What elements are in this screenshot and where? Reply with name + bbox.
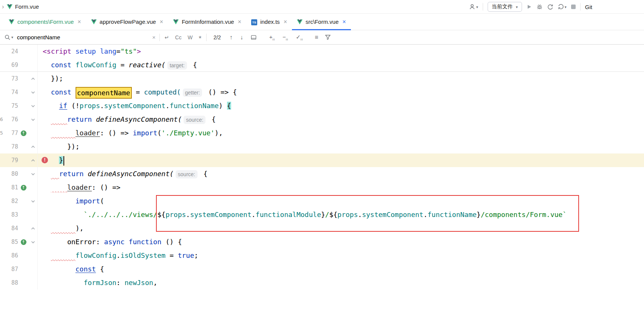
close-tab-icon[interactable]: × bbox=[284, 19, 287, 25]
code-line[interactable]: 83 `./../../../views/${props.systemCompo… bbox=[0, 208, 644, 222]
next-match-icon[interactable]: ↓ bbox=[238, 34, 245, 41]
previous-match-icon[interactable]: ↑ bbox=[228, 34, 235, 41]
line-number[interactable]: 75 bbox=[4, 99, 18, 113]
code-text[interactable]: }); bbox=[38, 72, 644, 85]
stop-button[interactable] bbox=[571, 5, 576, 9]
implementation-marker-icon[interactable]: ↑ bbox=[21, 239, 26, 245]
line-number[interactable]: 74 bbox=[4, 85, 18, 99]
code-text[interactable]: return defineAsyncComponent(source: { bbox=[38, 113, 644, 126]
code-text[interactable]: loader: () => bbox=[38, 181, 644, 194]
code-line[interactable]: 81↑ loader: () => bbox=[0, 181, 644, 194]
code-text[interactable]: flowConfig.isOldSystem = true; bbox=[38, 249, 644, 262]
line-number[interactable]: 79 bbox=[4, 153, 18, 167]
clear-search-icon[interactable]: × bbox=[152, 34, 156, 40]
code-line[interactable]: 676 return defineAsyncComponent(source: … bbox=[0, 113, 644, 126]
fold-marker-icon[interactable] bbox=[29, 167, 38, 181]
line-number[interactable]: 86 bbox=[4, 249, 18, 262]
line-number[interactable]: 88 bbox=[4, 276, 18, 290]
git-menu[interactable]: Git bbox=[585, 4, 592, 10]
code-text[interactable]: ), bbox=[38, 222, 644, 235]
line-number[interactable]: 73 bbox=[4, 72, 18, 85]
rerun-icon[interactable]: ▾ bbox=[558, 4, 567, 10]
code-text[interactable]: const componentName = computed(getter: (… bbox=[38, 85, 644, 99]
select-all-occurrences-icon[interactable]: ✓II bbox=[294, 34, 305, 41]
close-tab-icon[interactable]: × bbox=[77, 19, 81, 25]
code-line[interactable]: 78 }); bbox=[0, 140, 644, 153]
fold-marker-icon[interactable] bbox=[29, 85, 38, 99]
code-line[interactable]: 88 formJson: newJson, bbox=[0, 276, 644, 290]
editor[interactable]: 24<script setup lang="ts">69 const flowC… bbox=[0, 45, 644, 290]
fold-marker-icon[interactable] bbox=[29, 153, 38, 167]
fold-marker-icon[interactable] bbox=[29, 194, 38, 208]
line-number[interactable]: 82 bbox=[4, 194, 18, 208]
fold-marker-icon[interactable] bbox=[29, 140, 38, 153]
search-icon[interactable]: ▾ bbox=[5, 34, 13, 40]
code-text[interactable]: onError: async function () { bbox=[38, 235, 644, 249]
code-line[interactable]: 82 import( bbox=[0, 194, 644, 208]
error-icon[interactable]: ! bbox=[42, 157, 48, 163]
code-line[interactable]: 69 const flowConfig = reactive(target: { bbox=[0, 58, 644, 72]
run-configuration-selector[interactable]: 当前文件 ▾ bbox=[488, 2, 522, 12]
line-number[interactable]: 81 bbox=[4, 181, 18, 194]
line-number[interactable]: 80 bbox=[4, 167, 18, 181]
code-line[interactable]: 74 const componentName = computed(getter… bbox=[0, 85, 644, 99]
code-text[interactable]: return defineAsyncComponent(source: { bbox=[38, 167, 644, 181]
code-line[interactable]: 80 return defineAsyncComponent(source: { bbox=[0, 167, 644, 181]
line-number[interactable]: 83 bbox=[4, 208, 18, 222]
close-tab-icon[interactable]: × bbox=[160, 19, 163, 25]
profiler-icon[interactable] bbox=[547, 4, 553, 10]
add-occurrence-icon[interactable]: +II bbox=[267, 34, 277, 41]
code-line[interactable]: 577↑ loader: () => import('./Empty.vue')… bbox=[0, 126, 644, 140]
code-text[interactable]: const { bbox=[38, 262, 644, 276]
editor-tab[interactable]: FormInformation.vue× bbox=[168, 14, 246, 30]
editor-tab[interactable]: TSindex.ts× bbox=[246, 14, 292, 30]
code-line[interactable]: 75 if (!props.systemComponent.functionNa… bbox=[0, 99, 644, 113]
line-number[interactable]: 76 bbox=[4, 113, 18, 126]
user-profile-icon[interactable]: ▾ bbox=[469, 4, 478, 10]
code-text[interactable]: formJson: newJson, bbox=[38, 276, 644, 290]
fold-marker-icon[interactable] bbox=[29, 222, 38, 235]
line-number[interactable]: 24 bbox=[4, 45, 18, 58]
line-number[interactable]: 87 bbox=[4, 262, 18, 276]
code-line[interactable]: 84 ), bbox=[0, 222, 644, 235]
whole-words-toggle[interactable]: W bbox=[187, 34, 194, 41]
line-number[interactable]: 69 bbox=[4, 58, 18, 71]
fold-marker-icon[interactable] bbox=[29, 99, 38, 113]
close-tab-icon[interactable]: × bbox=[342, 19, 346, 25]
code-line[interactable]: 79 }! bbox=[0, 153, 644, 167]
line-number[interactable]: 85 bbox=[4, 235, 18, 249]
fold-marker-icon[interactable] bbox=[29, 235, 38, 249]
code-line[interactable]: 73 }); bbox=[0, 72, 644, 85]
line-number[interactable]: 77 bbox=[4, 126, 18, 140]
code-text[interactable]: }! bbox=[38, 153, 644, 167]
search-options-icon[interactable]: ≡ bbox=[313, 34, 320, 41]
editor-tab[interactable]: approveFlowPage.vue× bbox=[86, 14, 168, 30]
newline-icon[interactable]: ↵ bbox=[164, 34, 170, 41]
remove-occurrence-icon[interactable]: −II bbox=[281, 34, 290, 41]
line-number[interactable]: 78 bbox=[4, 140, 18, 153]
filter-icon[interactable] bbox=[324, 35, 332, 40]
line-number[interactable]: 84 bbox=[4, 222, 18, 235]
code-text[interactable]: <script setup lang="ts"> bbox=[38, 45, 644, 58]
implementation-marker-icon[interactable]: ↑ bbox=[21, 130, 26, 136]
code-line[interactable]: 24<script setup lang="ts"> bbox=[0, 45, 644, 58]
code-text[interactable]: }); bbox=[38, 140, 644, 153]
fold-marker-icon[interactable] bbox=[29, 113, 38, 126]
code-text[interactable]: import( bbox=[38, 194, 644, 208]
search-input[interactable]: componentName bbox=[17, 34, 148, 40]
code-line[interactable]: 87 const { bbox=[0, 262, 644, 276]
code-line[interactable]: 85↑ onError: async function () { bbox=[0, 235, 644, 249]
editor-tab[interactable]: src\Form.vue× bbox=[292, 14, 351, 30]
regex-toggle[interactable]: * bbox=[198, 34, 202, 41]
code-text[interactable]: const flowConfig = reactive(target: { bbox=[38, 58, 644, 71]
code-text[interactable]: `./../../../views/${props.systemComponen… bbox=[38, 208, 644, 222]
debug-button[interactable] bbox=[536, 4, 543, 10]
code-text[interactable]: loader: () => import('./Empty.vue'), bbox=[38, 126, 644, 140]
code-text[interactable]: if (!props.systemComponent.functionName)… bbox=[38, 99, 644, 113]
editor-tab[interactable]: components\Form.vue× bbox=[4, 14, 86, 30]
run-button[interactable] bbox=[527, 4, 532, 9]
open-results-in-find-window-icon[interactable] bbox=[249, 35, 258, 40]
close-tab-icon[interactable]: × bbox=[238, 19, 241, 25]
implementation-marker-icon[interactable]: ↑ bbox=[21, 185, 26, 191]
fold-marker-icon[interactable] bbox=[29, 72, 38, 85]
